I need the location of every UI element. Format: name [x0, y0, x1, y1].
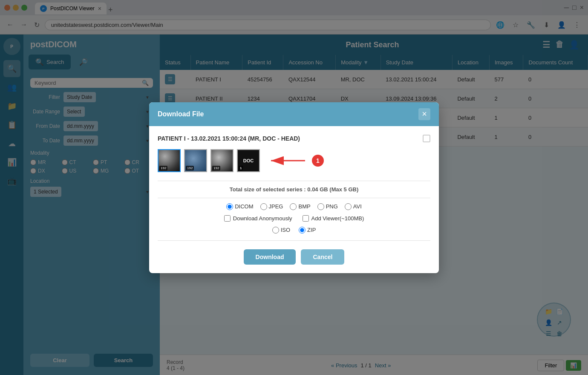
format-dicom[interactable]: DICOM — [226, 203, 253, 210]
modal-divider-2 — [158, 198, 430, 198]
anonymously-checkbox[interactable] — [224, 215, 231, 222]
format-avi-radio[interactable] — [345, 203, 352, 210]
series-count-4: 1 — [239, 166, 243, 170]
modal-overlay: Download File × PATIENT I - 13.02.2021 1… — [0, 0, 588, 375]
compress-iso[interactable]: ISO — [272, 227, 290, 234]
format-png[interactable]: PNG — [317, 203, 338, 210]
compress-row: ISO ZIP — [158, 227, 430, 234]
modal-patient-row: PATIENT I - 13.02.2021 15:00:24 (MR, DOC… — [158, 135, 430, 142]
format-jpeg-radio[interactable] — [260, 203, 267, 210]
series-row: 192 192 192 — [158, 149, 430, 172]
series-thumb-2[interactable]: 192 — [184, 149, 207, 172]
format-png-radio[interactable] — [317, 203, 324, 210]
annotation-arrow — [267, 154, 309, 167]
download-button[interactable]: Download — [244, 249, 296, 265]
modal-actions: Download Cancel — [158, 246, 430, 265]
checkbox-row: Download Anonymously Add Viewer(~100MB) — [158, 215, 430, 222]
modal-divider-1 — [158, 181, 430, 181]
modal-body: PATIENT I - 13.02.2021 15:00:24 (MR, DOC… — [149, 126, 439, 273]
series-thumb-3[interactable]: 192 — [210, 149, 233, 172]
format-avi[interactable]: AVI — [345, 203, 362, 210]
series-thumb-1[interactable]: 192 — [158, 149, 181, 172]
cancel-button[interactable]: Cancel — [301, 249, 344, 265]
series-count-2: 192 — [186, 166, 194, 170]
doc-label: DOC — [243, 158, 254, 163]
modal-patient-checkbox[interactable] — [423, 135, 430, 142]
format-jpeg[interactable]: JPEG — [260, 203, 283, 210]
modal-divider-3 — [158, 240, 430, 241]
format-row: DICOM JPEG BMP PNG AVI — [158, 203, 430, 210]
viewer-checkbox[interactable] — [303, 215, 309, 222]
series-count-3: 192 — [212, 166, 220, 170]
modal-patient-label: PATIENT I - 13.02.2021 15:00:24 (MR, DOC… — [158, 135, 300, 142]
add-viewer-checkbox[interactable]: Add Viewer(~100MB) — [303, 215, 364, 222]
arrow-annotation: 1 — [267, 154, 324, 167]
annotation-number: 1 — [312, 155, 324, 167]
download-modal: Download File × PATIENT I - 13.02.2021 1… — [149, 102, 439, 273]
modal-header: Download File × — [149, 102, 439, 126]
compress-zip-radio[interactable] — [299, 227, 306, 234]
series-count-1: 192 — [159, 166, 167, 170]
download-anonymously-checkbox[interactable]: Download Anonymously — [224, 215, 292, 222]
format-bmp-radio[interactable] — [290, 203, 297, 210]
total-size-text: Total size of selected series : 0.04 GB … — [158, 186, 430, 193]
compress-zip[interactable]: ZIP — [299, 227, 316, 234]
compress-iso-radio[interactable] — [272, 227, 279, 234]
modal-title: Download File — [158, 110, 204, 118]
modal-close-btn[interactable]: × — [418, 108, 430, 120]
format-dicom-radio[interactable] — [226, 203, 233, 210]
format-bmp[interactable]: BMP — [290, 203, 310, 210]
series-thumb-4[interactable]: DOC 1 — [237, 149, 260, 172]
